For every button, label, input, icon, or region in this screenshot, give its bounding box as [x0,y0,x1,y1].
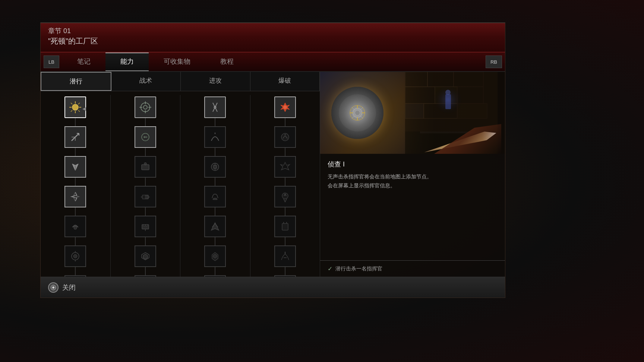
svg-rect-36 [142,225,149,229]
tactics-skill-1[interactable] [135,96,156,118]
requirement-check-icon: ✓ [328,265,332,272]
close-button-label[interactable]: 关闭 [62,283,76,292]
svg-line-65 [352,107,354,109]
explosive-skill-1[interactable] [274,96,296,118]
assault-skill-7[interactable] [204,275,226,277]
tab-ability[interactable]: 能力 [105,53,149,71]
svg-point-0 [72,104,78,110]
svg-rect-29 [142,165,149,170]
skill-desc-line1: 无声击杀指挥官将会在当前地图上添加节点。 [328,172,498,181]
stealth-skill-5[interactable] [64,216,86,237]
svg-line-7 [78,103,80,104]
stealth-skill-7[interactable] [64,275,86,277]
svg-rect-78 [457,104,487,118]
category-assault[interactable]: 进攻 [181,72,250,91]
svg-line-67 [361,107,363,109]
skill-grid: ◂ [41,91,320,277]
tactics-skill-7[interactable] [135,275,156,277]
chapter-number: 章节 01 [48,26,498,35]
assault-skill-6[interactable] [204,245,226,267]
svg-rect-38 [146,225,147,226]
tactics-skill-4[interactable] [135,186,156,207]
assault-skill-5[interactable] [204,216,226,237]
stealth-skill-6[interactable] [64,245,86,267]
skill-desc: 无声击杀指挥官将会在当前地图上添加节点。 会在屏幕上显示指挥官信息。 [328,172,498,190]
svg-rect-33 [142,195,145,199]
header: 章节 01 "死顿"的工厂区 [41,23,505,53]
main-panel: 章节 01 "死顿"的工厂区 LB 笔记 能力 可收集物 教程 RB [40,22,505,298]
tab-bar: LB 笔记 能力 可收集物 教程 RB [41,53,505,72]
explosive-skill-4[interactable] [274,186,296,207]
svg-point-83 [433,85,463,115]
category-stealth[interactable]: 潜行 [41,72,111,91]
explosive-skill-5[interactable] [274,216,296,237]
svg-rect-53 [282,223,288,230]
skill-preview-image [320,72,505,154]
svg-line-66 [361,116,363,118]
tactics-column [111,95,181,277]
svg-line-5 [71,103,72,104]
svg-rect-37 [143,225,145,226]
stealth-skill-3[interactable] [64,156,86,178]
explosive-skill-6[interactable] [274,245,296,267]
stealth-skill-2[interactable] [64,126,86,148]
assault-skill-1[interactable] [204,96,226,118]
skills-panel: 潜行 战术 进攻 爆破 [41,72,320,277]
body-area: 潜行 战术 进攻 爆破 [41,72,505,277]
assault-skill-3[interactable] [204,156,226,178]
stealth-skill-4[interactable] [64,186,86,207]
rb-label: RB [490,59,497,65]
svg-point-47 [213,254,217,258]
lb-label: LB [48,59,54,65]
tab-collectibles[interactable]: 可收集物 [149,53,205,71]
svg-line-6 [78,110,80,112]
selected-arrow: ◂ [82,104,86,113]
stealth-skill-1[interactable]: ◂ [64,96,86,118]
preview-compass [331,87,383,139]
explosive-skill-2[interactable] [274,126,296,148]
tactics-skill-2[interactable] [135,126,156,148]
tab-tutorial[interactable]: 教程 [205,53,249,71]
skill-requirement: ✓ 潜行击杀一名指挥官 [320,260,505,277]
assault-skill-2[interactable] [204,126,226,148]
svg-point-17 [73,254,77,258]
category-explosive[interactable]: 爆破 [250,72,320,91]
svg-line-68 [352,116,354,118]
info-panel: 侦查 I 无声击杀指挥官将会在当前地图上添加节点。 会在屏幕上显示指挥官信息。 … [320,72,505,277]
explosive-skill-7[interactable] [274,275,296,277]
category-headers: 潜行 战术 进攻 爆破 [41,72,320,91]
svg-point-42 [214,106,216,108]
svg-point-60 [355,111,360,115]
close-bar: 关闭 [41,277,505,298]
requirement-text: 潜行击杀一名指挥官 [335,266,382,272]
assault-skill-4[interactable] [204,186,226,207]
svg-point-23 [143,105,147,109]
svg-rect-76 [405,104,424,118]
chapter-name: "死顿"的工厂区 [48,36,498,46]
preview-compass-inner [339,94,376,131]
stealth-column: ◂ [41,95,111,277]
explosive-skill-3[interactable] [274,156,296,178]
tab-lb-button[interactable]: LB [44,55,59,68]
svg-line-8 [71,110,72,112]
close-button-icon [48,282,59,293]
tab-notes[interactable]: 笔记 [62,53,105,71]
svg-point-49 [283,105,287,109]
category-tactics[interactable]: 战术 [111,72,181,91]
tactics-skill-3[interactable] [135,156,156,178]
skill-info-text: 侦查 I 无声击杀指挥官将会在当前地图上添加节点。 会在屏幕上显示指挥官信息。 [320,154,505,260]
explosive-column [250,95,320,277]
svg-point-15 [74,226,77,229]
skill-desc-line2: 会在屏幕上显示指挥官信息。 [328,181,498,190]
skill-title: 侦查 I [328,160,498,169]
assault-column [180,95,250,277]
tactics-skill-5[interactable] [135,216,156,237]
tab-rb-button[interactable]: RB [486,55,502,68]
tactics-skill-6[interactable] [135,245,156,267]
